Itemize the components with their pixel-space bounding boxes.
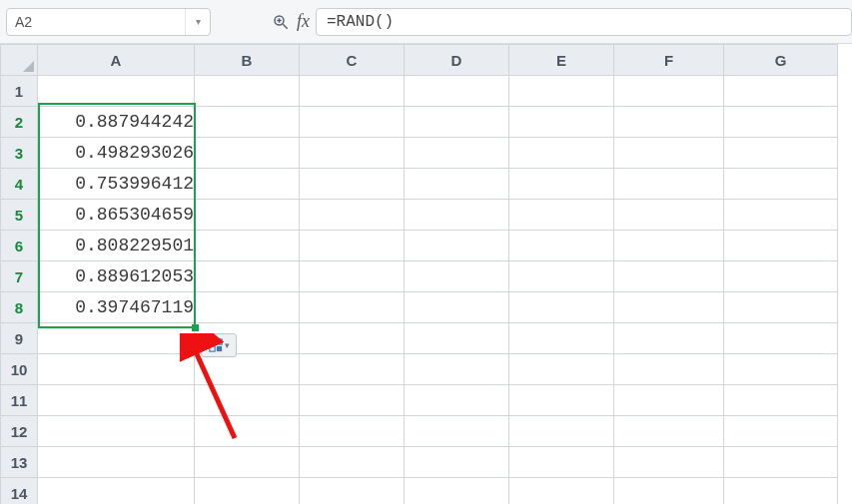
cell-D14[interactable]: [405, 478, 509, 505]
row-header-5[interactable]: 5: [1, 200, 38, 231]
cell-F4[interactable]: [614, 169, 724, 200]
cell-G12[interactable]: [724, 416, 838, 447]
row-header-7[interactable]: 7: [1, 261, 38, 292]
cell-E7[interactable]: [509, 261, 614, 292]
cell-E12[interactable]: [509, 416, 614, 447]
cell-F11[interactable]: [614, 385, 724, 416]
cell-E8[interactable]: [509, 292, 614, 323]
formula-bar[interactable]: =RAND(): [316, 8, 852, 36]
cell-A12[interactable]: [38, 416, 195, 447]
cell-G2[interactable]: [724, 107, 838, 138]
cell-G3[interactable]: [724, 138, 838, 169]
cell-D6[interactable]: [405, 231, 509, 261]
col-header-F[interactable]: F: [614, 45, 724, 76]
cell-C6[interactable]: [300, 231, 405, 261]
cell-D8[interactable]: [405, 292, 509, 323]
cell-C13[interactable]: [300, 447, 405, 478]
cell-D7[interactable]: [405, 261, 509, 292]
cell-G6[interactable]: [724, 231, 838, 261]
row-header-8[interactable]: 8: [1, 292, 38, 323]
cell-D12[interactable]: [405, 416, 509, 447]
cell-E3[interactable]: [509, 138, 614, 169]
row-header-6[interactable]: 6: [1, 231, 38, 261]
cell-E9[interactable]: [509, 323, 614, 354]
cell-A1[interactable]: [38, 76, 195, 107]
cell-C7[interactable]: [300, 261, 405, 292]
cell-A7[interactable]: 0.889612053: [38, 261, 195, 292]
row-header-13[interactable]: 13: [1, 447, 38, 478]
cell-A5[interactable]: 0.865304659: [38, 200, 195, 231]
cell-B5[interactable]: [195, 200, 300, 231]
cell-E10[interactable]: [509, 354, 614, 385]
cell-E6[interactable]: [509, 231, 614, 261]
col-header-A[interactable]: A: [38, 45, 195, 76]
cell-C9[interactable]: [300, 323, 405, 354]
name-box[interactable]: A2 ▾: [6, 8, 211, 36]
cell-B14[interactable]: [195, 478, 300, 505]
fx-label[interactable]: fx: [297, 11, 310, 32]
cell-F9[interactable]: [614, 323, 724, 354]
cell-B4[interactable]: [195, 169, 300, 200]
cell-C2[interactable]: [300, 107, 405, 138]
cell-D3[interactable]: [405, 138, 509, 169]
row-header-1[interactable]: 1: [1, 76, 38, 107]
cell-B10[interactable]: [195, 354, 300, 385]
autofill-options-button[interactable]: ▾: [201, 333, 237, 357]
cell-F5[interactable]: [614, 200, 724, 231]
select-all-corner[interactable]: [1, 45, 38, 76]
cell-C11[interactable]: [300, 385, 405, 416]
cell-G8[interactable]: [724, 292, 838, 323]
cell-G1[interactable]: [724, 76, 838, 107]
cell-C10[interactable]: [300, 354, 405, 385]
cell-B1[interactable]: [195, 76, 300, 107]
cell-A10[interactable]: [38, 354, 195, 385]
cell-C5[interactable]: [300, 200, 405, 231]
cell-A9[interactable]: [38, 323, 195, 354]
cell-F12[interactable]: [614, 416, 724, 447]
col-header-D[interactable]: D: [405, 45, 509, 76]
cell-C1[interactable]: [300, 76, 405, 107]
cell-C14[interactable]: [300, 478, 405, 505]
cell-A6[interactable]: 0.808229501: [38, 231, 195, 261]
cell-G7[interactable]: [724, 261, 838, 292]
cell-G5[interactable]: [724, 200, 838, 231]
cell-C4[interactable]: [300, 169, 405, 200]
cell-E14[interactable]: [509, 478, 614, 505]
worksheet[interactable]: A B C D E F G 1 2 0.887944242 3 0.498293…: [0, 44, 852, 504]
cell-A4[interactable]: 0.753996412: [38, 169, 195, 200]
cell-D11[interactable]: [405, 385, 509, 416]
cell-A13[interactable]: [38, 447, 195, 478]
row-header-9[interactable]: 9: [1, 323, 38, 354]
cell-F8[interactable]: [614, 292, 724, 323]
cell-F13[interactable]: [614, 447, 724, 478]
cell-A11[interactable]: [38, 385, 195, 416]
cell-A8[interactable]: 0.397467119: [38, 292, 195, 323]
cell-E5[interactable]: [509, 200, 614, 231]
cell-A3[interactable]: 0.498293026: [38, 138, 195, 169]
cell-B11[interactable]: [195, 385, 300, 416]
cell-A2[interactable]: 0.887944242: [38, 107, 195, 138]
cell-E1[interactable]: [509, 76, 614, 107]
cell-E4[interactable]: [509, 169, 614, 200]
cell-B6[interactable]: [195, 231, 300, 261]
row-header-4[interactable]: 4: [1, 169, 38, 200]
cell-F2[interactable]: [614, 107, 724, 138]
row-header-14[interactable]: 14: [1, 478, 38, 505]
trace-precedents-button[interactable]: [267, 8, 295, 36]
cell-F1[interactable]: [614, 76, 724, 107]
cell-D10[interactable]: [405, 354, 509, 385]
cell-D1[interactable]: [405, 76, 509, 107]
cell-F14[interactable]: [614, 478, 724, 505]
col-header-B[interactable]: B: [195, 45, 300, 76]
cell-D4[interactable]: [405, 169, 509, 200]
cell-G4[interactable]: [724, 169, 838, 200]
row-header-3[interactable]: 3: [1, 138, 38, 169]
cell-D9[interactable]: [405, 323, 509, 354]
cell-B13[interactable]: [195, 447, 300, 478]
cell-C8[interactable]: [300, 292, 405, 323]
cell-E11[interactable]: [509, 385, 614, 416]
cell-E13[interactable]: [509, 447, 614, 478]
cell-G9[interactable]: [724, 323, 838, 354]
row-header-10[interactable]: 10: [1, 354, 38, 385]
cell-F3[interactable]: [614, 138, 724, 169]
